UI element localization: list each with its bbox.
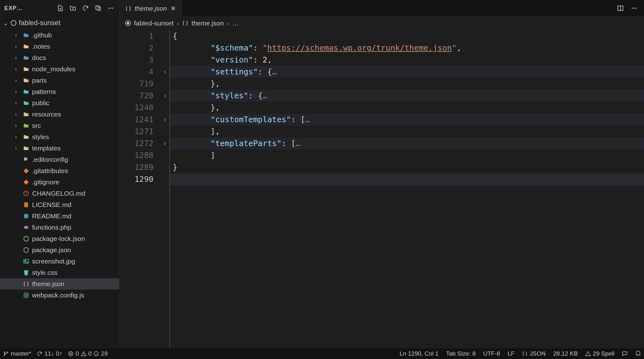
svg-point-16 bbox=[4, 355, 5, 356]
folder-icon bbox=[23, 32, 30, 39]
file-style-css[interactable]: style.css bbox=[0, 267, 119, 278]
project-root[interactable]: ⌄ fabled-sunset bbox=[0, 16, 119, 30]
code-line[interactable]: ] bbox=[170, 150, 644, 161]
folder-src[interactable]: ›src bbox=[0, 120, 119, 131]
breadcrumb[interactable]: fabled-sunset › theme.json › … bbox=[119, 16, 644, 30]
folder--notes[interactable]: ›.notes bbox=[0, 41, 119, 52]
fold-toggle[interactable]: › bbox=[160, 66, 169, 78]
fold-toggle[interactable]: › bbox=[160, 114, 169, 126]
eol[interactable]: LF bbox=[508, 350, 514, 357]
split-editor-icon[interactable] bbox=[616, 4, 625, 12]
file--editorconfig[interactable]: .editorconfig bbox=[0, 154, 119, 165]
code-line[interactable]: "$schema": "https://schemas.wp.org/trunk… bbox=[170, 42, 644, 54]
more-editor-icon[interactable] bbox=[630, 4, 638, 12]
tree-item-label: functions.php bbox=[32, 223, 71, 232]
file--gitattributes[interactable]: .gitattributes bbox=[0, 165, 119, 177]
code-line[interactable]: "customTemplates": [… bbox=[170, 114, 644, 126]
code-line[interactable]: ], bbox=[170, 126, 644, 138]
file-theme-json[interactable]: theme.json bbox=[0, 278, 119, 290]
fold-toggle bbox=[160, 54, 169, 66]
line-number: 3 bbox=[119, 54, 153, 66]
code-line[interactable]: }, bbox=[170, 78, 644, 90]
fold-toggle bbox=[160, 30, 169, 42]
encoding[interactable]: UTF-8 bbox=[483, 350, 500, 357]
file-icon bbox=[23, 247, 30, 253]
code-line[interactable]: }, bbox=[170, 102, 644, 114]
fold-toggle bbox=[160, 150, 169, 161]
line-number: 719 bbox=[119, 78, 153, 90]
folder-docs[interactable]: ›docs bbox=[0, 52, 119, 63]
code-editor[interactable]: 12347197201240124112711272128812891290 ›… bbox=[119, 30, 644, 348]
new-file-icon[interactable] bbox=[56, 4, 64, 12]
code-line[interactable]: { bbox=[170, 30, 644, 42]
tree-item-label: .gitattributes bbox=[32, 166, 68, 176]
code-line[interactable]: } bbox=[170, 161, 644, 173]
file-package-json[interactable]: package.json bbox=[0, 244, 119, 256]
fold-toggle[interactable]: › bbox=[160, 138, 169, 150]
file-size[interactable]: 28.12 KB bbox=[553, 350, 578, 357]
file-webpack-config-js[interactable]: webpack.config.js bbox=[0, 290, 119, 301]
git-sync[interactable]: 11↓ 0↑ bbox=[37, 350, 62, 357]
file-package-lock-json[interactable]: package-lock.json bbox=[0, 233, 119, 244]
tab-theme-json[interactable]: theme.json ✕ bbox=[119, 0, 182, 16]
breadcrumb-root-icon bbox=[125, 20, 131, 26]
fold-toggle[interactable]: › bbox=[160, 90, 169, 102]
code-line[interactable]: "version": 2, bbox=[170, 54, 644, 66]
problems[interactable]: 0 0 29 bbox=[68, 350, 108, 357]
tree-item-label: LICENSE.md bbox=[32, 200, 71, 209]
code-line[interactable] bbox=[170, 173, 644, 185]
line-number: 1240 bbox=[119, 102, 153, 114]
notifications-icon[interactable] bbox=[635, 351, 641, 356]
svg-point-15 bbox=[4, 352, 5, 353]
breadcrumb-sep: › bbox=[177, 19, 179, 27]
folder-parts[interactable]: ›parts bbox=[0, 75, 119, 86]
file-icon bbox=[23, 235, 30, 242]
json-file-icon bbox=[125, 5, 131, 12]
code-line[interactable]: "styles": {… bbox=[170, 90, 644, 102]
file-CHANGELOG-md[interactable]: CHANGELOG.md bbox=[0, 188, 119, 199]
fold-column: ›››› bbox=[160, 30, 169, 348]
collapse-all-icon[interactable] bbox=[94, 4, 102, 12]
svg-rect-0 bbox=[96, 6, 99, 9]
file-functions-php[interactable]: functions.php bbox=[0, 222, 119, 233]
code-line[interactable]: "settings": {… bbox=[170, 66, 644, 78]
file--gitignore[interactable]: .gitignore bbox=[0, 177, 119, 188]
tree-item-label: package-lock.json bbox=[32, 234, 85, 243]
tree-item-label: screenshot.jpg bbox=[32, 257, 75, 266]
chevron-right-icon: › bbox=[15, 121, 20, 130]
code-line[interactable]: "templateParts": [… bbox=[170, 138, 644, 150]
svg-point-1 bbox=[108, 8, 109, 9]
folder-icon bbox=[23, 43, 30, 50]
file-LICENSE-md[interactable]: LICENSE.md bbox=[0, 199, 119, 210]
folder-styles[interactable]: ›styles bbox=[0, 131, 119, 143]
feedback-icon[interactable] bbox=[622, 351, 628, 356]
new-folder-icon[interactable] bbox=[69, 4, 77, 12]
file-README-md[interactable]: iREADME.md bbox=[0, 210, 119, 222]
file-screenshot-jpg[interactable]: screenshot.jpg bbox=[0, 256, 119, 267]
breadcrumb-sep: › bbox=[227, 19, 229, 27]
folder--github[interactable]: ›.github bbox=[0, 30, 119, 41]
cursor-position[interactable]: Ln 1290, Col 1 bbox=[400, 350, 439, 357]
folder-public[interactable]: ›public bbox=[0, 97, 119, 109]
close-tab-icon[interactable]: ✕ bbox=[170, 5, 176, 12]
tree-item-label: .github bbox=[32, 30, 52, 40]
folder-patterns[interactable]: ›patterns bbox=[0, 86, 119, 97]
git-branch[interactable]: master* bbox=[3, 350, 31, 357]
spell-check[interactable]: 29 Spell bbox=[585, 350, 614, 357]
file-icon bbox=[23, 167, 30, 174]
more-icon[interactable] bbox=[107, 4, 115, 12]
language-mode[interactable]: JSON bbox=[522, 350, 546, 357]
svg-point-17 bbox=[7, 352, 8, 353]
folder-node_modules[interactable]: ›node_modules bbox=[0, 63, 119, 75]
refresh-icon[interactable] bbox=[81, 4, 90, 12]
line-number: 1271 bbox=[119, 126, 153, 138]
folder-icon bbox=[23, 145, 30, 152]
fold-toggle bbox=[160, 102, 169, 114]
folder-templates[interactable]: ›templates bbox=[0, 143, 119, 154]
tab-label: theme.json bbox=[135, 5, 167, 12]
folder-resources[interactable]: ›resources bbox=[0, 109, 119, 120]
code-content[interactable]: { "$schema": "https://schemas.wp.org/tru… bbox=[169, 30, 644, 348]
tree-item-label: .gitignore bbox=[32, 177, 59, 187]
branch-name: master* bbox=[11, 350, 31, 357]
tab-size[interactable]: Tab Size: 8 bbox=[446, 350, 475, 357]
